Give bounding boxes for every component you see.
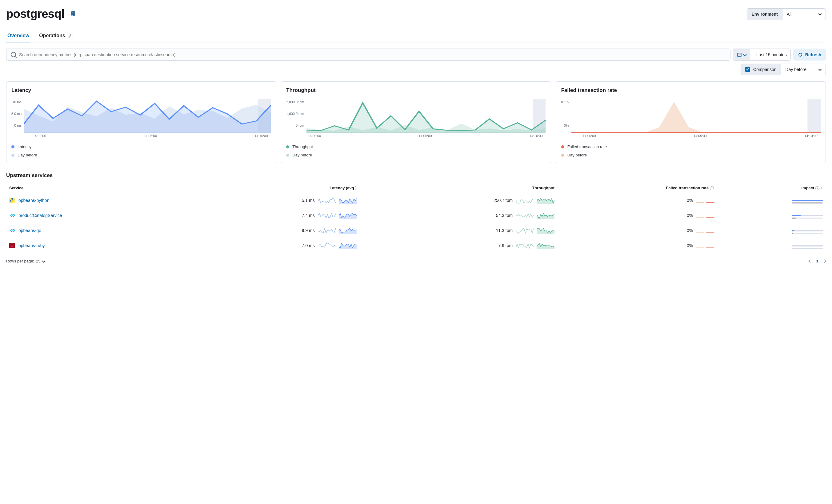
ruby-icon	[9, 243, 15, 248]
legend-item[interactable]: Failed transaction rate	[561, 144, 821, 149]
col-failed[interactable]: Failed transaction ratei	[557, 183, 717, 193]
rows-per-page[interactable]: Rows per page: 25	[6, 259, 45, 263]
service-link[interactable]: productCatalogService	[19, 213, 62, 218]
environment-value: All	[787, 12, 792, 17]
tab-operations[interactable]: Operations β	[38, 30, 74, 42]
latency-value: 7.4 ms	[302, 213, 315, 218]
impact-bar	[792, 200, 823, 203]
table-row: opbeans-python 5.1 ms 250.7 tpm 0%	[6, 193, 826, 208]
tab-overview[interactable]: Overview	[6, 30, 30, 42]
refresh-icon	[798, 52, 803, 57]
service-link[interactable]: opbeans-python	[19, 198, 49, 203]
chart-plot[interactable]	[571, 99, 821, 133]
latency-value: 9.9 ms	[302, 228, 315, 233]
chart-plot[interactable]	[307, 99, 546, 133]
environment-select[interactable]: All	[782, 9, 826, 20]
go-icon: -GO	[9, 228, 15, 233]
latency-value: 5.1 ms	[302, 198, 315, 203]
failed-value: 0%	[687, 213, 693, 218]
chart-plot[interactable]	[24, 99, 271, 133]
charts-row: Latency 10 ms5.0 ms0 ms 14:00:0014:05:00…	[6, 81, 826, 163]
svg-rect-2	[737, 53, 741, 57]
comparison-value: Day before	[785, 67, 806, 72]
failed-value: 0%	[687, 243, 693, 248]
refresh-button[interactable]: Refresh	[793, 49, 826, 60]
legend-dot	[11, 153, 15, 157]
latency-value: 7.0 ms	[302, 243, 315, 248]
throughput-value: 250.7 tpm	[494, 198, 513, 203]
impact-bar	[792, 230, 823, 233]
comparison-select[interactable]: Day before	[781, 64, 826, 75]
legend-item[interactable]: Day before	[11, 153, 271, 157]
legend-dot	[11, 145, 15, 148]
timerange-picker[interactable]: Last 15 minutes	[733, 49, 791, 60]
throughput-value: 7.9 tpm	[498, 243, 513, 248]
legend-label: Failed transaction rate	[567, 144, 607, 149]
upstream-table: Service Latency (avg.) Throughput Failed…	[6, 183, 826, 253]
timerange-value: Last 15 minutes	[753, 49, 790, 60]
chevron-down-icon	[818, 67, 822, 71]
search-field[interactable]	[19, 52, 726, 57]
legend-label: Day before	[18, 153, 37, 157]
legend-dot	[561, 153, 564, 157]
tab-operations-label: Operations	[39, 33, 65, 38]
y-axis: 2,000.0 tpm1,000.0 tpm0 tpm	[286, 99, 307, 133]
legend-label: Latency	[18, 144, 32, 149]
legend-item[interactable]: Throughput	[286, 144, 546, 149]
chevron-down-icon	[743, 53, 747, 56]
beta-badge: β	[68, 33, 73, 38]
legend-label: Throughput	[292, 144, 313, 149]
x-axis: 14:00:0014:05:0014:10:00	[561, 134, 821, 138]
x-axis: 14:00:0014:05:0014:10:00	[11, 134, 271, 138]
chart-card-2: Failed transaction rate 0.1%0% 14:00:001…	[556, 81, 826, 163]
failed-value: 0%	[687, 228, 693, 233]
legend-item[interactable]: Day before	[561, 153, 821, 157]
col-impact[interactable]: Impacti ↓	[717, 183, 826, 193]
legend-dot	[286, 145, 289, 148]
go-icon: -GO	[9, 213, 15, 218]
tab-overview-label: Overview	[7, 33, 29, 38]
legend-item[interactable]: Day before	[286, 153, 546, 157]
page-current: 1	[816, 259, 818, 263]
table-row: -GOopbeans-go 9.9 ms 11.3 tpm 0%	[6, 223, 826, 238]
service-link[interactable]: opbeans-ruby	[19, 243, 45, 248]
col-service[interactable]: Service	[6, 183, 180, 193]
refresh-label: Refresh	[805, 52, 821, 57]
upstream-title: Upstream services	[6, 172, 826, 178]
service-link[interactable]: opbeans-go	[19, 228, 41, 233]
svg-point-15	[11, 198, 11, 199]
chart-title: Failed transaction rate	[561, 87, 821, 93]
throughput-value: 54.3 tpm	[496, 213, 513, 218]
chevron-down-icon	[818, 12, 822, 16]
table-row: -GOproductCatalogService 7.4 ms 54.3 tpm…	[6, 208, 826, 223]
postgresql-icon	[69, 10, 77, 18]
chart-card-0: Latency 10 ms5.0 ms0 ms 14:00:0014:05:00…	[6, 81, 276, 163]
comparison-toggle[interactable]: Comparison	[741, 64, 781, 75]
calendar-icon	[737, 52, 742, 57]
impact-bar	[792, 245, 823, 249]
checkbox-icon	[745, 67, 750, 72]
table-row: opbeans-ruby 7.0 ms 7.9 tpm 0%	[6, 238, 826, 253]
legend-item[interactable]: Latency	[11, 144, 271, 149]
throughput-value: 11.3 tpm	[496, 228, 513, 233]
page-prev[interactable]	[808, 259, 812, 263]
chevron-down-icon	[42, 259, 45, 262]
environment-label: Environment	[747, 9, 782, 20]
chart-legend: ThroughputDay before	[286, 144, 546, 157]
chart-card-1: Throughput 2,000.0 tpm1,000.0 tpm0 tpm 1…	[281, 81, 551, 163]
legend-label: Day before	[567, 153, 587, 157]
col-throughput[interactable]: Throughput	[360, 183, 557, 193]
svg-point-1	[74, 12, 75, 13]
col-latency[interactable]: Latency (avg.)	[180, 183, 360, 193]
svg-rect-14	[807, 99, 821, 133]
svg-point-16	[12, 202, 12, 202]
failed-value: 0%	[687, 198, 693, 203]
chart-title: Latency	[11, 87, 271, 93]
svg-point-0	[72, 12, 73, 13]
page-next[interactable]	[823, 259, 826, 263]
legend-dot	[561, 145, 564, 148]
page-title: postgresql	[6, 7, 64, 21]
info-icon: i	[710, 186, 714, 190]
search-input[interactable]	[6, 49, 730, 60]
comparison-label: Comparison	[753, 67, 776, 72]
